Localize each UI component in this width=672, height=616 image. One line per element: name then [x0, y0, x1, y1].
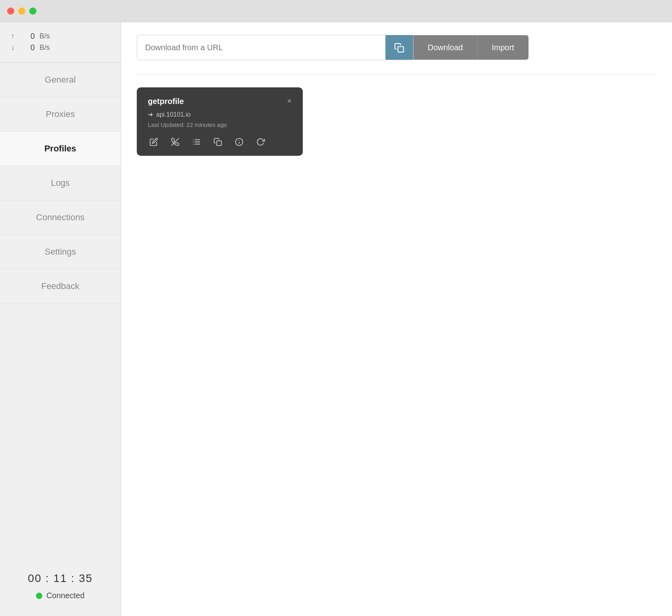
clipboard-icon [394, 42, 404, 53]
titlebar [0, 0, 672, 22]
refresh-icon [256, 138, 265, 146]
card-url-icon: ➜ [148, 111, 153, 118]
card-url-text: api.10101.io [156, 111, 191, 118]
card-header: getprofile × [148, 97, 292, 106]
upload-value: 0 [22, 32, 35, 41]
svg-rect-0 [398, 47, 404, 52]
card-edit-button[interactable] [148, 136, 160, 148]
minimize-button[interactable] [18, 8, 25, 15]
timer-display: 00 : 11 : 35 [28, 572, 92, 585]
card-info-button[interactable] [233, 136, 245, 148]
download-unit: B/s [40, 43, 50, 52]
sidebar-item-settings[interactable]: Settings [0, 235, 121, 269]
connection-label: Connected [46, 591, 85, 600]
sidebar-item-feedback[interactable]: Feedback [0, 269, 121, 304]
status-dot [36, 593, 42, 599]
import-button[interactable]: Import [477, 35, 529, 60]
sidebar-bottom: 00 : 11 : 35 Connected [0, 559, 121, 616]
upload-unit: B/s [40, 32, 50, 40]
card-actions [148, 136, 292, 148]
profile-card: getprofile × ➜ api.10101.io Last Updated… [137, 87, 303, 156]
svg-rect-8 [217, 141, 221, 145]
url-input-wrapper [137, 35, 413, 60]
card-copy-button[interactable] [212, 136, 224, 148]
download-value: 0 [22, 43, 35, 52]
list-icon [192, 138, 201, 146]
plane-icon [171, 138, 179, 146]
toolbar: Download Import [137, 35, 656, 60]
maximize-button[interactable] [29, 8, 36, 15]
sidebar-item-proxies[interactable]: Proxies [0, 97, 121, 132]
card-last-updated: Last Updated: 22 minutes ago [148, 121, 292, 128]
sidebar-item-connections[interactable]: Connections [0, 200, 121, 235]
main-layout: ↑ 0 B/s ↓ 0 B/s General Proxies Profiles… [0, 22, 672, 616]
card-deploy-button[interactable] [169, 136, 181, 148]
pencil-icon [149, 138, 158, 146]
content-area: Download Import getprofile × ➜ api.10101… [121, 22, 672, 616]
download-stat-row: ↓ 0 B/s [11, 43, 113, 52]
connection-status: Connected [36, 591, 85, 600]
download-arrow: ↓ [11, 43, 17, 52]
stats-area: ↑ 0 B/s ↓ 0 B/s [0, 22, 121, 63]
upload-stat-row: ↑ 0 B/s [11, 32, 113, 41]
clipboard-button[interactable] [385, 35, 413, 60]
upload-arrow: ↑ [11, 32, 17, 40]
copy-icon [213, 138, 222, 146]
card-refresh-button[interactable] [255, 136, 266, 148]
divider [137, 74, 656, 75]
card-url: ➜ api.10101.io [148, 111, 292, 118]
sidebar-item-general[interactable]: General [0, 63, 121, 97]
card-list-button[interactable] [191, 136, 202, 148]
sidebar: ↑ 0 B/s ↓ 0 B/s General Proxies Profiles… [0, 22, 121, 616]
url-input[interactable] [137, 36, 385, 59]
sidebar-item-logs[interactable]: Logs [0, 166, 121, 200]
card-title: getprofile [148, 97, 184, 106]
nav-items: General Proxies Profiles Logs Connection… [0, 63, 121, 559]
download-button[interactable]: Download [413, 35, 477, 60]
traffic-lights [7, 8, 36, 15]
info-icon [235, 138, 244, 146]
close-button[interactable] [7, 8, 14, 15]
card-close-button[interactable]: × [287, 97, 292, 105]
sidebar-item-profiles[interactable]: Profiles [0, 132, 121, 166]
